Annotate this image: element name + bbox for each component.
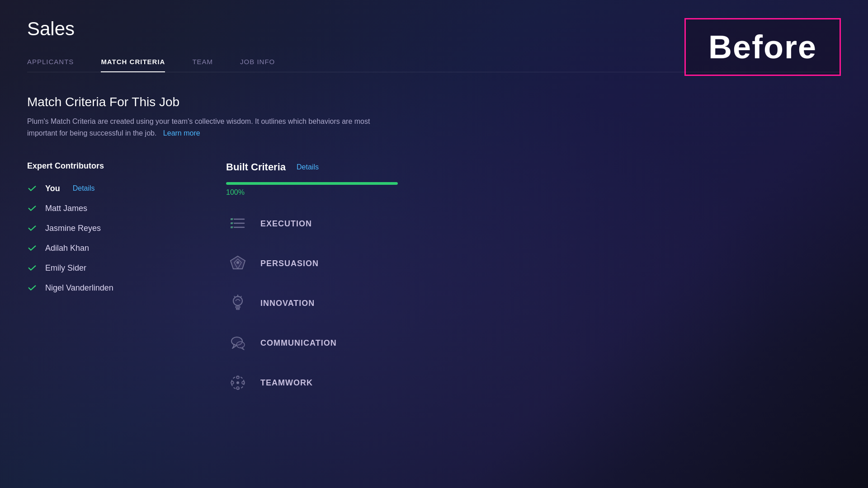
page-title: Sales — [27, 18, 841, 40]
contributors-section: Expert Contributors You Details Matt Jam… — [27, 161, 172, 411]
innovation-icon — [226, 291, 250, 315]
section-heading: Match Criteria For This Job — [27, 95, 841, 109]
progress-bar-fill — [226, 182, 398, 185]
contributor-name: Adilah Khan — [45, 244, 89, 253]
contributor-adilah-khan: Adilah Khan — [27, 243, 172, 253]
contributors-title: Expert Contributors — [27, 161, 172, 171]
criteria-communication: COMMUNICATION — [226, 331, 841, 355]
contributor-name-you: You — [45, 184, 60, 193]
svg-point-14 — [236, 342, 245, 348]
tab-match-criteria[interactable]: MATCH CRITERIA — [101, 58, 165, 72]
svg-point-20 — [242, 381, 245, 384]
svg-point-18 — [236, 387, 239, 389]
svg-point-16 — [236, 381, 239, 384]
execution-icon — [226, 212, 250, 235]
checkmark-icon — [27, 223, 37, 233]
built-criteria-section: Built Criteria Details 100% — [226, 161, 841, 411]
contributor-jasmine-reyes: Jasmine Reyes — [27, 223, 172, 233]
teamwork-icon — [226, 371, 250, 394]
checkmark-icon — [27, 243, 37, 253]
svg-rect-9 — [236, 309, 240, 310]
learn-more-link[interactable]: Learn more — [163, 129, 200, 137]
criteria-communication-label: COMMUNICATION — [260, 338, 337, 348]
criteria-persuasion-label: PERSUASION — [260, 259, 319, 268]
checkmark-icon — [27, 183, 37, 193]
contributor-name: Matt James — [45, 204, 87, 213]
checkmark-icon — [27, 283, 37, 293]
checkmark-icon — [27, 263, 37, 273]
persuasion-icon — [226, 252, 250, 275]
section-description: Plum's Match Criteria are created using … — [27, 116, 380, 139]
you-details-link[interactable]: Details — [73, 184, 95, 192]
svg-point-17 — [236, 376, 239, 379]
tab-job-info[interactable]: JOB INFO — [240, 58, 275, 72]
checkmark-icon — [27, 203, 37, 213]
tab-team[interactable]: TEAM — [192, 58, 213, 72]
contributor-name: Jasmine Reyes — [45, 224, 101, 233]
svg-line-11 — [234, 296, 235, 297]
criteria-execution-label: EXECUTION — [260, 219, 312, 229]
contributor-nigel-vanderlinden: Nigel Vanderlinden — [27, 283, 172, 293]
progress-percent: 100% — [226, 188, 841, 197]
content-area: Expert Contributors You Details Matt Jam… — [27, 161, 841, 411]
communication-icon — [226, 331, 250, 355]
criteria-teamwork: TEAMWORK — [226, 371, 841, 394]
tab-navigation: APPLICANTS MATCH CRITERIA TEAM JOB INFO — [27, 58, 841, 72]
svg-point-19 — [231, 381, 234, 384]
progress-bar-background — [226, 182, 398, 185]
tab-applicants[interactable]: APPLICANTS — [27, 58, 74, 72]
criteria-teamwork-label: TEAMWORK — [260, 378, 313, 388]
contributor-name: Nigel Vanderlinden — [45, 283, 113, 293]
contributor-name: Emily Sider — [45, 263, 86, 273]
svg-point-6 — [236, 261, 239, 264]
criteria-execution: EXECUTION — [226, 212, 841, 235]
contributor-you: You Details — [27, 183, 172, 193]
criteria-header: Built Criteria Details — [226, 161, 841, 173]
svg-rect-8 — [236, 306, 240, 308]
criteria-persuasion: PERSUASION — [226, 252, 841, 275]
contributor-matt-james: Matt James — [27, 203, 172, 213]
progress-container: 100% — [226, 182, 841, 197]
criteria-innovation: INNOVATION — [226, 291, 841, 315]
criteria-innovation-label: INNOVATION — [260, 299, 315, 308]
built-criteria-label: Built Criteria — [226, 161, 286, 173]
svg-point-7 — [233, 296, 242, 305]
criteria-details-link[interactable]: Details — [297, 163, 319, 171]
svg-line-12 — [241, 296, 241, 297]
contributor-emily-sider: Emily Sider — [27, 263, 172, 273]
